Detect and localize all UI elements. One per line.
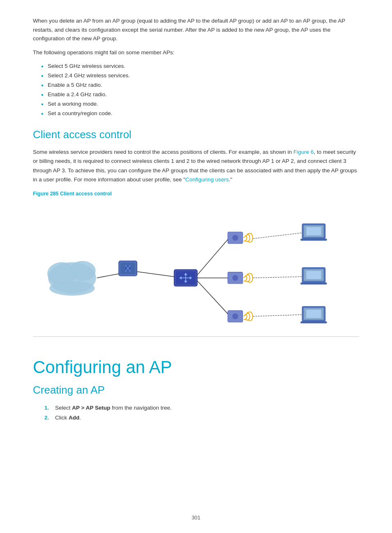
step-2-text: Click Add. — [55, 413, 81, 423]
section-divider — [33, 336, 359, 337]
creating-heading: Creating an AP — [33, 384, 359, 396]
wireless-line — [253, 315, 302, 316]
list-item: Select 2.4 GHz wireless services. — [41, 71, 359, 81]
figure-label: Figure 285 Client access control — [33, 191, 359, 197]
bullet-list: Select 5 GHz wireless services. Select 2… — [41, 62, 359, 118]
step-number: 1. — [44, 403, 52, 413]
ap3-icon — [228, 311, 252, 322]
connection-line — [197, 281, 228, 314]
ap2-icon — [228, 272, 252, 284]
client-access-heading: Client access control — [33, 128, 359, 141]
figure-diagram — [33, 201, 359, 324]
svg-point-18 — [232, 235, 238, 241]
step-1: 1. Select AP > AP Setup from the navigat… — [41, 403, 359, 413]
wireless-line — [253, 277, 302, 278]
list-item: Set a working mode. — [41, 100, 359, 109]
add-label: Add — [69, 415, 79, 421]
page-number: 301 — [0, 514, 392, 521]
svg-rect-26 — [306, 227, 321, 235]
router-icon — [119, 261, 137, 276]
intro-paragraph-1: When you delete an AP from an AP group (… — [33, 16, 359, 43]
svg-rect-30 — [306, 271, 321, 279]
client-access-body: Some wireless service providers need to … — [33, 148, 359, 184]
svg-rect-24 — [300, 239, 327, 241]
connection-line — [137, 272, 174, 277]
list-item: Select 5 GHz wireless services. — [41, 62, 359, 71]
laptop1-icon — [300, 224, 327, 241]
svg-rect-34 — [306, 310, 321, 318]
svg-rect-28 — [300, 283, 327, 285]
laptop2-icon — [300, 268, 327, 285]
cloud-icon — [47, 261, 96, 296]
step-1-text: Select AP > AP Setup from the navigation… — [55, 403, 172, 413]
figure-6-link[interactable]: Figure 6 — [293, 149, 314, 155]
configuring-users-link[interactable]: Configuring users — [185, 176, 229, 183]
step-number: 2. — [44, 413, 52, 423]
laptop3-icon — [300, 306, 327, 323]
svg-point-20 — [232, 275, 238, 281]
switch-hub-icon — [174, 270, 197, 286]
list-item: Enable a 2.4 GHz radio. — [41, 90, 359, 100]
step-2: 2. Click Add. — [41, 413, 359, 423]
steps-list: 1. Select AP > AP Setup from the navigat… — [41, 403, 359, 423]
ap-setup-label: AP > AP Setup — [72, 405, 110, 411]
connection-line — [197, 239, 228, 275]
intro-paragraph-2: The following operations might fail on s… — [33, 48, 359, 57]
wireless-line — [253, 233, 302, 239]
svg-point-22 — [232, 313, 238, 319]
configuring-heading: Configuring an AP — [33, 357, 359, 377]
connection-line — [97, 274, 119, 278]
page: When you delete an AP from an AP group (… — [0, 0, 392, 533]
svg-rect-32 — [300, 321, 327, 323]
ap1-icon — [228, 232, 252, 243]
list-item: Enable a 5 GHz radio. — [41, 81, 359, 90]
svg-point-2 — [69, 261, 95, 281]
svg-point-3 — [49, 281, 95, 296]
list-item: Set a country/region code. — [41, 109, 359, 118]
